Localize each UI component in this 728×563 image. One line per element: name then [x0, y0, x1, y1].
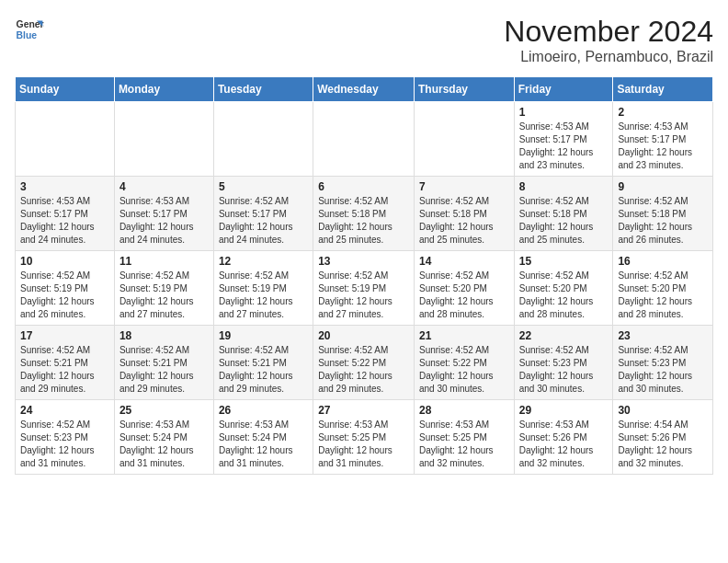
- calendar-day-cell: 20Sunrise: 4:52 AM Sunset: 5:22 PM Dayli…: [313, 326, 415, 400]
- logo-icon: General Blue: [15, 15, 44, 44]
- day-info: Sunrise: 4:53 AM Sunset: 5:17 PM Dayligh…: [519, 121, 609, 172]
- calendar-day-cell: 27Sunrise: 4:53 AM Sunset: 5:25 PM Dayli…: [313, 400, 415, 475]
- day-number: 30: [618, 404, 708, 417]
- calendar-week-row: 17Sunrise: 4:52 AM Sunset: 5:21 PM Dayli…: [16, 326, 713, 400]
- day-info: Sunrise: 4:52 AM Sunset: 5:18 PM Dayligh…: [519, 195, 609, 247]
- calendar-day-cell: 21Sunrise: 4:52 AM Sunset: 5:22 PM Dayli…: [414, 326, 514, 400]
- weekday-header-monday: Monday: [114, 77, 213, 102]
- calendar-day-cell: 4Sunrise: 4:53 AM Sunset: 5:17 PM Daylig…: [114, 177, 213, 251]
- day-number: 10: [20, 255, 109, 268]
- day-info: Sunrise: 4:52 AM Sunset: 5:20 PM Dayligh…: [419, 270, 509, 321]
- page-header: General Blue November 2024 Limoeiro, Per…: [15, 15, 713, 65]
- day-number: 28: [419, 404, 509, 417]
- calendar-day-cell: 19Sunrise: 4:52 AM Sunset: 5:21 PM Dayli…: [213, 326, 313, 400]
- day-info: Sunrise: 4:52 AM Sunset: 5:18 PM Dayligh…: [419, 195, 509, 247]
- day-number: 16: [618, 255, 708, 268]
- weekday-header-sunday: Sunday: [16, 77, 115, 102]
- empty-cell: [414, 102, 514, 177]
- day-number: 19: [219, 329, 308, 342]
- day-info: Sunrise: 4:52 AM Sunset: 5:19 PM Dayligh…: [318, 270, 409, 321]
- calendar-day-cell: 14Sunrise: 4:52 AM Sunset: 5:20 PM Dayli…: [414, 251, 514, 326]
- day-info: Sunrise: 4:52 AM Sunset: 5:17 PM Dayligh…: [219, 195, 308, 247]
- calendar-day-cell: 7Sunrise: 4:52 AM Sunset: 5:18 PM Daylig…: [414, 177, 514, 251]
- calendar-day-cell: 9Sunrise: 4:52 AM Sunset: 5:18 PM Daylig…: [613, 177, 713, 251]
- calendar-week-row: 3Sunrise: 4:53 AM Sunset: 5:17 PM Daylig…: [16, 177, 713, 251]
- empty-cell: [114, 102, 213, 177]
- day-info: Sunrise: 4:53 AM Sunset: 5:26 PM Dayligh…: [519, 419, 609, 470]
- day-number: 27: [318, 404, 409, 417]
- day-number: 12: [219, 255, 308, 268]
- day-number: 17: [20, 329, 109, 342]
- day-info: Sunrise: 4:52 AM Sunset: 5:23 PM Dayligh…: [20, 419, 109, 470]
- empty-cell: [313, 102, 415, 177]
- month-title: November 2024: [504, 15, 713, 49]
- day-number: 5: [219, 180, 308, 193]
- day-info: Sunrise: 4:52 AM Sunset: 5:21 PM Dayligh…: [119, 344, 209, 396]
- day-info: Sunrise: 4:52 AM Sunset: 5:23 PM Dayligh…: [519, 344, 609, 396]
- calendar-day-cell: 25Sunrise: 4:53 AM Sunset: 5:24 PM Dayli…: [114, 400, 213, 475]
- weekday-header-saturday: Saturday: [613, 77, 713, 102]
- day-number: 1: [519, 106, 609, 119]
- day-number: 24: [20, 404, 109, 417]
- calendar-day-cell: 11Sunrise: 4:52 AM Sunset: 5:19 PM Dayli…: [114, 251, 213, 326]
- day-number: 6: [318, 180, 409, 193]
- calendar-day-cell: 13Sunrise: 4:52 AM Sunset: 5:19 PM Dayli…: [313, 251, 415, 326]
- day-number: 4: [119, 180, 209, 193]
- calendar-day-cell: 15Sunrise: 4:52 AM Sunset: 5:20 PM Dayli…: [514, 251, 613, 326]
- svg-text:Blue: Blue: [17, 30, 38, 40]
- calendar-day-cell: 5Sunrise: 4:52 AM Sunset: 5:17 PM Daylig…: [213, 177, 313, 251]
- day-number: 7: [419, 180, 509, 193]
- day-info: Sunrise: 4:52 AM Sunset: 5:21 PM Dayligh…: [20, 344, 109, 396]
- day-info: Sunrise: 4:52 AM Sunset: 5:22 PM Dayligh…: [318, 344, 409, 396]
- day-number: 11: [119, 255, 209, 268]
- calendar-day-cell: 24Sunrise: 4:52 AM Sunset: 5:23 PM Dayli…: [16, 400, 115, 475]
- day-info: Sunrise: 4:52 AM Sunset: 5:18 PM Dayligh…: [618, 195, 708, 247]
- header-row: SundayMondayTuesdayWednesdayThursdayFrid…: [16, 77, 713, 102]
- calendar-day-cell: 12Sunrise: 4:52 AM Sunset: 5:19 PM Dayli…: [213, 251, 313, 326]
- day-info: Sunrise: 4:52 AM Sunset: 5:21 PM Dayligh…: [219, 344, 308, 396]
- calendar-day-cell: 6Sunrise: 4:52 AM Sunset: 5:18 PM Daylig…: [313, 177, 415, 251]
- day-number: 9: [618, 180, 708, 193]
- location-title: Limoeiro, Pernambuco, Brazil: [504, 49, 713, 65]
- calendar-week-row: 1Sunrise: 4:53 AM Sunset: 5:17 PM Daylig…: [16, 102, 713, 177]
- calendar-day-cell: 28Sunrise: 4:53 AM Sunset: 5:25 PM Dayli…: [414, 400, 514, 475]
- day-number: 8: [519, 180, 609, 193]
- weekday-header-wednesday: Wednesday: [313, 77, 415, 102]
- day-info: Sunrise: 4:52 AM Sunset: 5:19 PM Dayligh…: [20, 270, 109, 321]
- weekday-header-friday: Friday: [514, 77, 613, 102]
- day-number: 23: [618, 329, 708, 342]
- day-number: 2: [618, 106, 708, 119]
- day-info: Sunrise: 4:53 AM Sunset: 5:24 PM Dayligh…: [119, 419, 209, 470]
- day-info: Sunrise: 4:53 AM Sunset: 5:17 PM Dayligh…: [119, 195, 209, 247]
- day-info: Sunrise: 4:52 AM Sunset: 5:23 PM Dayligh…: [618, 344, 708, 396]
- day-number: 13: [318, 255, 409, 268]
- calendar-week-row: 10Sunrise: 4:52 AM Sunset: 5:19 PM Dayli…: [16, 251, 713, 326]
- calendar-day-cell: 26Sunrise: 4:53 AM Sunset: 5:24 PM Dayli…: [213, 400, 313, 475]
- day-info: Sunrise: 4:52 AM Sunset: 5:19 PM Dayligh…: [119, 270, 209, 321]
- calendar-day-cell: 3Sunrise: 4:53 AM Sunset: 5:17 PM Daylig…: [16, 177, 115, 251]
- day-number: 22: [519, 329, 609, 342]
- weekday-header-thursday: Thursday: [414, 77, 514, 102]
- day-number: 21: [419, 329, 509, 342]
- day-info: Sunrise: 4:52 AM Sunset: 5:18 PM Dayligh…: [318, 195, 409, 247]
- day-number: 29: [519, 404, 609, 417]
- day-number: 20: [318, 329, 409, 342]
- title-area: November 2024 Limoeiro, Pernambuco, Braz…: [504, 15, 713, 65]
- calendar-day-cell: 16Sunrise: 4:52 AM Sunset: 5:20 PM Dayli…: [613, 251, 713, 326]
- day-info: Sunrise: 4:52 AM Sunset: 5:20 PM Dayligh…: [519, 270, 609, 321]
- empty-cell: [16, 102, 115, 177]
- day-info: Sunrise: 4:52 AM Sunset: 5:19 PM Dayligh…: [219, 270, 308, 321]
- day-number: 25: [119, 404, 209, 417]
- day-info: Sunrise: 4:53 AM Sunset: 5:25 PM Dayligh…: [419, 419, 509, 470]
- day-info: Sunrise: 4:53 AM Sunset: 5:17 PM Dayligh…: [618, 121, 708, 172]
- day-info: Sunrise: 4:53 AM Sunset: 5:24 PM Dayligh…: [219, 419, 308, 470]
- calendar-day-cell: 10Sunrise: 4:52 AM Sunset: 5:19 PM Dayli…: [16, 251, 115, 326]
- calendar-day-cell: 1Sunrise: 4:53 AM Sunset: 5:17 PM Daylig…: [514, 102, 613, 177]
- calendar-day-cell: 30Sunrise: 4:54 AM Sunset: 5:26 PM Dayli…: [613, 400, 713, 475]
- logo: General Blue: [15, 15, 44, 44]
- weekday-header-tuesday: Tuesday: [213, 77, 313, 102]
- day-info: Sunrise: 4:54 AM Sunset: 5:26 PM Dayligh…: [618, 419, 708, 470]
- day-info: Sunrise: 4:52 AM Sunset: 5:22 PM Dayligh…: [419, 344, 509, 396]
- calendar-table: SundayMondayTuesdayWednesdayThursdayFrid…: [15, 76, 713, 475]
- calendar-day-cell: 23Sunrise: 4:52 AM Sunset: 5:23 PM Dayli…: [613, 326, 713, 400]
